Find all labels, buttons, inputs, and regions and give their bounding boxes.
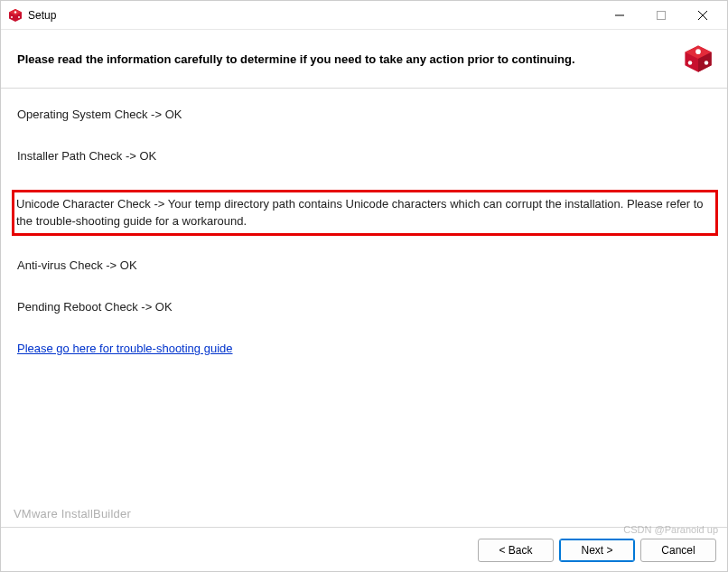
svg-point-13 — [688, 61, 693, 65]
maximize-button — [640, 1, 682, 30]
cancel-button[interactable]: Cancel — [640, 539, 716, 562]
header-instruction: Please read the information carefully to… — [17, 52, 682, 66]
svg-point-12 — [695, 49, 701, 54]
unicode-check-line: Unicode Character Check -> Your temp dir… — [16, 196, 712, 229]
wizard-buttons: < Back Next > Cancel — [478, 539, 716, 562]
os-check-line: Operating System Check -> OK — [17, 107, 711, 123]
titlebar: Setup — [1, 1, 727, 30]
antivirus-check-line: Anti-virus Check -> OK — [17, 258, 711, 274]
next-button[interactable]: Next > — [559, 539, 635, 562]
back-button[interactable]: < Back — [478, 539, 554, 562]
svg-point-14 — [705, 61, 709, 65]
header-banner: Please read the information carefully to… — [1, 30, 727, 89]
app-icon — [8, 8, 23, 23]
window-title: Setup — [28, 9, 56, 22]
footer-separator — [1, 527, 727, 528]
reboot-check-line: Pending Reboot Check -> OK — [17, 299, 711, 315]
svg-point-2 — [14, 11, 17, 14]
product-logo-icon — [682, 42, 714, 75]
svg-rect-6 — [658, 11, 666, 19]
close-button[interactable] — [682, 1, 723, 30]
svg-point-3 — [11, 16, 13, 18]
vendor-label: VMware InstallBuilder — [14, 507, 131, 520]
svg-point-4 — [18, 16, 20, 18]
troubleshoot-link[interactable]: Please go here for trouble-shooting guid… — [17, 342, 233, 355]
minimize-button[interactable] — [599, 1, 640, 30]
unicode-check-highlight: Unicode Character Check -> Your temp dir… — [12, 190, 718, 235]
installer-path-check-line: Installer Path Check -> OK — [17, 148, 711, 164]
watermark-text: CSDN @Paranoid up — [623, 524, 718, 535]
content-area: Operating System Check -> OK Installer P… — [1, 89, 727, 531]
